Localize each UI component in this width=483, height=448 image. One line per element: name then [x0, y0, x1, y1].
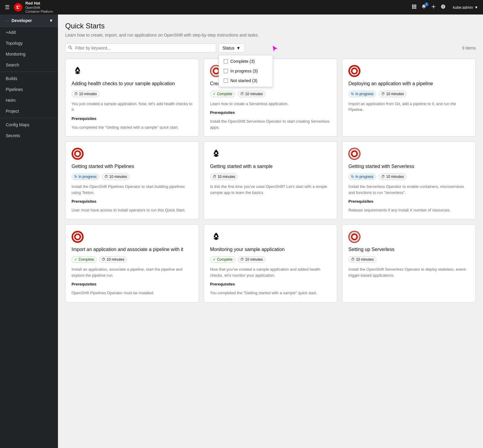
svg-line-11	[71, 48, 72, 50]
user-menu[interactable]: kube:admin ▼	[453, 5, 478, 10]
card-1-prereq-title: Prerequisites	[72, 116, 193, 121]
card-getting-started-sample: Getting started with a sample ⏱ 10 minut…	[204, 141, 337, 219]
dev-icon: ⸻	[5, 18, 9, 23]
sync-icon-6: ↻	[351, 175, 354, 179]
sidebar-item-project[interactable]: Project	[0, 106, 58, 117]
svg-point-30	[353, 235, 357, 239]
check-icon: ✓	[213, 92, 216, 96]
svg-rect-4	[412, 6, 413, 7]
sidebar-item-helm[interactable]: Helm	[0, 95, 58, 106]
add-icon[interactable]	[431, 4, 436, 10]
status-option-not-started[interactable]: Not started (3)	[219, 76, 273, 85]
card-7-badges: ✓ Complete ⏱ 10 minutes	[72, 256, 193, 263]
clock-icon-4: ⏱	[104, 175, 108, 179]
clock-icon-6: ⏱	[381, 175, 385, 179]
card-6-title: Getting started with Serverless	[348, 163, 469, 170]
sidebar-item-secrets[interactable]: Secrets	[0, 130, 58, 141]
card-2-complete-badge: ✓ Complete	[210, 91, 235, 97]
perspective-switcher[interactable]: ⸻ Developer ▼	[0, 15, 58, 27]
sync-icon: ↻	[351, 92, 354, 96]
card-7-prereq-text: OpenShift Pipelines Operator must be ins…	[72, 290, 193, 296]
card-1-time-badge: ⏱ 10 minutes	[72, 91, 100, 97]
sidebar-item-search[interactable]: Search	[0, 60, 58, 70]
svg-point-17	[353, 69, 357, 73]
clock-icon: ⏱	[74, 92, 78, 96]
card-3-icon-circle	[348, 65, 360, 77]
hamburger-menu[interactable]: ☰	[5, 4, 10, 11]
clock-icon-9: ⏱	[351, 257, 355, 262]
card-deploying-pipeline: Deploying an application with a pipeline…	[342, 59, 476, 137]
complete-checkbox[interactable]	[224, 59, 228, 63]
svg-point-23	[353, 152, 357, 156]
not-started-option-label: Not started (3)	[230, 78, 257, 83]
status-filter-wrapper: Status ▼ Complete (3) In progress (3)	[219, 44, 245, 53]
svg-rect-1	[412, 5, 413, 6]
clock-icon-8: ⏱	[240, 257, 244, 262]
card-3-title: Deploying an application with a pipeline	[348, 81, 469, 87]
perspective-label: Developer	[11, 18, 32, 23]
perspective-chevron-icon: ▼	[49, 18, 53, 23]
username: kube:admin	[453, 5, 473, 10]
cards-grid: Adding health checks to your sample appl…	[65, 59, 476, 302]
in-progress-checkbox[interactable]	[224, 69, 228, 73]
sidebar-item-pipelines[interactable]: Pipelines	[0, 84, 58, 95]
card-8-complete-badge: ✓ Complete	[210, 256, 235, 263]
card-8-prereq-title: Prerequisites	[210, 282, 331, 286]
svg-rect-5	[414, 6, 415, 7]
card-7-complete-badge: ✓ Complete	[72, 256, 97, 263]
card-getting-started-pipelines: Getting started with Pipelines ↻ In prog…	[65, 141, 199, 219]
card-5-badges: ⏱ 10 minutes	[210, 173, 331, 180]
svg-point-19	[75, 152, 79, 156]
page-title: Quick Starts	[65, 22, 476, 30]
sidebar-item-topology[interactable]: Topology	[0, 38, 58, 49]
card-adding-health-checks: Adding health checks to your sample appl…	[65, 59, 199, 137]
apps-grid-icon[interactable]	[412, 4, 417, 10]
notifications-bell-icon[interactable]: 2	[421, 4, 426, 10]
card-4-prereq-title: Prerequisites	[72, 199, 193, 204]
topnav: ☰ Red Hat OpenShift Container Platform 2	[0, 0, 483, 15]
card-3-time-badge: ⏱ 10 minutes	[379, 91, 407, 97]
sync-icon-4: ↻	[74, 175, 77, 179]
card-8-time-badge: ⏱ 10 minutes	[238, 256, 266, 263]
svg-rect-7	[412, 8, 413, 9]
card-1-icon	[72, 65, 84, 77]
card-6-prereq-title: Prerequisites	[348, 199, 469, 204]
sidebar-item-pipelines-label: Pipelines	[6, 87, 23, 92]
card-7-prereq-title: Prerequisites	[72, 282, 193, 286]
card-6-inprogress-badge: ↻ In progress	[348, 173, 376, 180]
svg-rect-12	[76, 72, 79, 74]
svg-rect-2	[414, 5, 415, 6]
filter-search-icon	[68, 46, 72, 51]
card-import-application: Import an application and associate a pi…	[65, 224, 199, 302]
svg-point-26	[75, 235, 79, 239]
sidebar: ⸻ Developer ▼ +Add Topology Monitoring S…	[0, 15, 58, 448]
card-9-title: Setting up Serverless	[348, 247, 469, 253]
notifications-count: 2	[424, 2, 429, 6]
status-option-in-progress[interactable]: In progress (3)	[219, 66, 273, 76]
sidebar-item-config-maps[interactable]: Config Maps	[0, 119, 58, 130]
card-5-icon	[210, 148, 222, 160]
complete-option-label: Complete (3)	[230, 59, 255, 64]
status-label: Status	[222, 46, 235, 50]
card-2-prereq-text: Install the OpenShift Serverless Operato…	[210, 118, 331, 130]
card-7-icon-circle	[72, 231, 84, 243]
sidebar-item-add[interactable]: +Add	[0, 27, 58, 38]
svg-rect-9	[415, 8, 416, 9]
sidebar-item-helm-label: Helm	[6, 98, 16, 103]
cursor-pointer	[271, 45, 279, 52]
card-4-inprogress-badge: ↻ In progress	[72, 173, 99, 180]
filter-keyword-input[interactable]	[65, 44, 216, 53]
status-option-complete[interactable]: Complete (3)	[219, 56, 273, 66]
sidebar-item-builds[interactable]: Builds	[0, 73, 58, 84]
svg-rect-21	[215, 154, 217, 157]
check-icon-8: ✓	[213, 257, 216, 262]
svg-point-13	[77, 69, 78, 71]
status-dropdown-menu: Complete (3) In progress (3) Not started…	[219, 55, 273, 87]
help-icon[interactable]	[441, 4, 446, 10]
brand: Red Hat OpenShift Container Platform	[13, 1, 53, 14]
svg-point-29	[215, 235, 217, 237]
sidebar-item-monitoring[interactable]: Monitoring	[0, 49, 58, 60]
clock-icon-7: ⏱	[102, 257, 105, 262]
status-dropdown-button[interactable]: Status ▼	[219, 44, 245, 53]
not-started-checkbox[interactable]	[224, 79, 228, 83]
